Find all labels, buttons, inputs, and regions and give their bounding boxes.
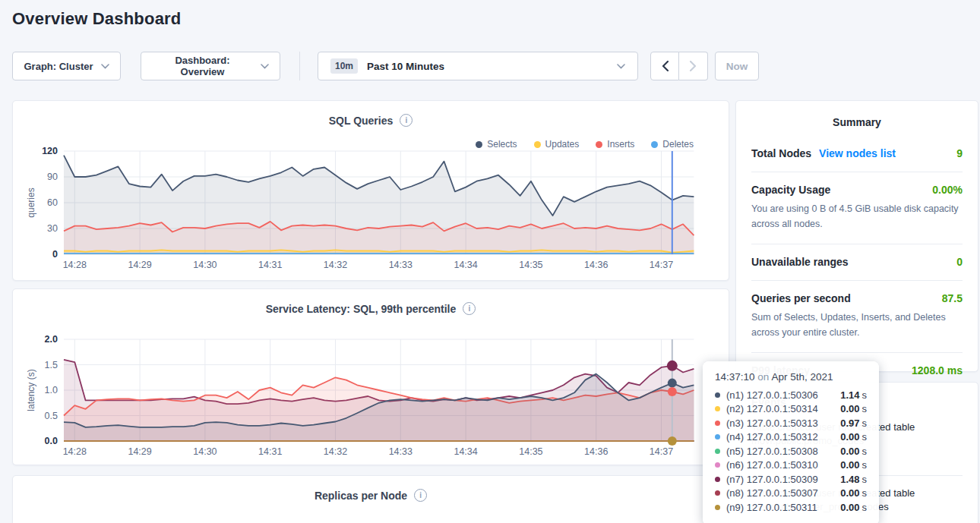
node-color-dot (715, 477, 720, 482)
x-tick: 14:30 (193, 260, 217, 270)
node-color-dot (715, 462, 720, 468)
latency-unit: s (862, 446, 868, 457)
replicas-per-node-card: Replicas per Node i (12, 475, 729, 523)
service-latency-card: Service Latency: SQL, 99th percentile i … (12, 288, 729, 465)
node-address: (n3) 127.0.0.1:50313 (726, 417, 818, 429)
sql-queries-chart[interactable]: 030609012014:2814:2914:3014:3114:3214:33… (25, 145, 709, 278)
summary-row: Capacity Usage0.00%You are using 0 B of … (751, 172, 963, 244)
x-tick: 14:33 (389, 260, 413, 270)
time-range-dropdown[interactable]: 10m Past 10 Minutes (318, 52, 638, 80)
y-tick: 1.0 (45, 385, 58, 395)
x-tick: 14:33 (389, 446, 413, 457)
summary-value: 1208.0 ms (912, 364, 963, 376)
node-address: (n7) 127.0.0.1:50309 (726, 474, 818, 485)
latency-unit: s (862, 417, 868, 429)
y-tick: 120 (42, 146, 58, 156)
chevron-down-icon (101, 64, 109, 69)
latency-unit: s (862, 474, 868, 485)
service-latency-chart[interactable]: 0.00.51.01.52.014:2814:2914:3014:3114:32… (25, 333, 709, 464)
now-button[interactable]: Now (715, 52, 759, 80)
tooltip-row: (n4) 127.0.0.1:503120.00s (715, 430, 867, 445)
y-tick: 60 (47, 197, 58, 208)
time-range-label: Past 10 Minutes (367, 61, 444, 72)
summary-value: 9 (956, 147, 963, 159)
hover-marker (667, 361, 678, 371)
summary-value: 0 (956, 256, 963, 268)
node-latency-value: 0.00s (840, 403, 867, 414)
info-icon[interactable]: i (414, 489, 427, 502)
x-tick: 14:28 (63, 446, 87, 457)
summary-value: 87.5 (942, 292, 963, 304)
summary-row: Total NodesView nodes list9 (751, 136, 963, 172)
node-latency-value: 0.97s (840, 417, 867, 429)
y-tick: 30 (47, 223, 58, 234)
latency-unit: s (862, 487, 868, 499)
x-tick: 14:30 (193, 446, 217, 457)
dashboard-dropdown[interactable]: Dashboard: Overview (141, 52, 280, 80)
tooltip-timestamp: 14:37:10 on Apr 5th, 2021 (715, 371, 867, 383)
node-address: (n4) 127.0.0.1:50312 (726, 431, 818, 443)
latency-unit: s (862, 389, 868, 401)
x-tick: 14:35 (519, 260, 542, 270)
x-tick: 14:32 (324, 446, 347, 457)
y-tick: 0 (52, 249, 58, 260)
view-nodes-list-link[interactable]: View nodes list (819, 147, 896, 159)
latency-unit: s (862, 502, 868, 513)
x-tick: 14:34 (454, 260, 477, 270)
y-axis-label: latency (s) (26, 369, 36, 411)
node-color-dot (715, 505, 720, 510)
node-latency-value: 0.00s (840, 431, 867, 443)
summary-row: Unavailable ranges0 (751, 244, 963, 281)
x-tick: 14:32 (324, 260, 347, 270)
hover-marker (668, 379, 677, 388)
hover-marker (668, 387, 677, 396)
chevron-down-icon (261, 64, 269, 69)
y-tick: 2.0 (45, 334, 58, 345)
x-tick: 14:29 (128, 446, 151, 457)
node-latency-value: 0.00s (840, 446, 867, 457)
y-axis-label: queries (26, 187, 36, 217)
replicas-per-node-title: Replicas per Node i (13, 489, 729, 502)
tooltip-row: (n8) 127.0.0.1:503070.00s (715, 487, 867, 501)
x-tick: 14:37 (650, 260, 673, 270)
summary-description: Sum of Selects, Updates, Inserts, and De… (751, 310, 963, 340)
x-tick: 14:35 (519, 446, 542, 457)
tooltip-row: (n2) 127.0.0.1:503140.00s (715, 402, 867, 417)
y-tick: 0.0 (45, 436, 58, 446)
service-latency-title: Service Latency: SQL, 99th percentile i (13, 302, 729, 315)
x-tick: 14:36 (584, 446, 608, 457)
tooltip-row: (n6) 127.0.0.1:503100.00s (715, 458, 867, 473)
node-latency-value: 1.14s (840, 389, 867, 401)
time-prev-button[interactable] (650, 52, 679, 80)
latency-unit: s (862, 431, 868, 443)
x-tick: 14:37 (650, 446, 673, 457)
node-address: (n2) 127.0.0.1:50314 (726, 403, 818, 414)
info-icon[interactable]: i (463, 302, 476, 315)
latency-unit: s (862, 403, 868, 414)
sql-queries-title: SQL Queries i (13, 114, 729, 127)
y-tick: 1.5 (45, 360, 58, 370)
node-address: (n5) 127.0.0.1:50308 (726, 446, 818, 457)
time-range-badge: 10m (330, 58, 358, 74)
node-color-dot (715, 392, 720, 398)
summary-title: Summary (751, 116, 963, 128)
graph-dropdown[interactable]: Graph: Cluster (12, 52, 121, 80)
chevron-down-icon (617, 64, 625, 69)
node-latency-value: 0.00s (840, 459, 867, 471)
node-color-dot (715, 449, 720, 454)
summary-value: 0.00% (932, 184, 963, 196)
tooltip-row: (n9) 127.0.0.1:503110.00s (715, 500, 867, 515)
x-tick: 14:29 (128, 260, 151, 270)
x-tick: 14:36 (584, 260, 608, 270)
summary-description: You are using 0 B of 4.5 GiB usable disk… (751, 201, 963, 232)
node-latency-value: 0.00s (840, 502, 867, 513)
y-tick: 90 (47, 172, 58, 182)
sql-queries-card: SQL Queries i SelectsUpdatesInsertsDelet… (12, 100, 729, 281)
y-tick: 0.5 (45, 411, 58, 421)
time-next-button[interactable] (679, 52, 708, 80)
node-latency-value: 0.00s (840, 487, 867, 499)
tooltip-row: (n3) 127.0.0.1:503130.97s (715, 416, 867, 430)
info-icon[interactable]: i (400, 114, 413, 127)
summary-label: Unavailable ranges (751, 256, 849, 268)
latency-unit: s (862, 459, 868, 471)
